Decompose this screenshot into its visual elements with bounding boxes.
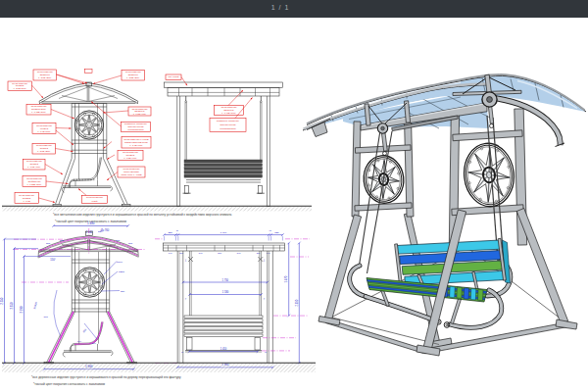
svg-text:труба стальная: труба стальная <box>26 177 42 179</box>
svg-text:168°: 168° <box>43 316 48 318</box>
svg-text:труба стальная: труба стальная <box>221 106 237 108</box>
svg-text:труба стальная: труба стальная <box>31 105 47 107</box>
svg-text:*точный цвет покрытия согласов: *точный цвет покрытия согласовать с зака… <box>33 382 105 386</box>
svg-text:труба стальная: труба стальная <box>19 194 34 196</box>
svg-text:850: 850 <box>82 328 87 334</box>
svg-text:труба стальная: труба стальная <box>36 144 52 146</box>
svg-text:50х25х2: 50х25х2 <box>30 163 39 165</box>
svg-text:2 350: 2 350 <box>295 299 299 306</box>
svg-text:труба стальная: труба стальная <box>37 71 53 73</box>
svg-text:2 550: 2 550 <box>0 297 4 304</box>
svg-text:2 350: 2 350 <box>10 302 14 309</box>
svg-text:R5430: R5430 <box>33 301 38 309</box>
svg-text:R255: R255 <box>119 270 124 273</box>
svg-text:225: 225 <box>168 231 172 234</box>
svg-text:50: 50 <box>263 259 265 262</box>
svg-text:труба стальная: труба стальная <box>12 82 27 84</box>
svg-text:540: 540 <box>237 252 241 254</box>
svg-text:*все металлические изделия гру: *все металлические изделия грунтуются и … <box>53 213 232 217</box>
svg-text:на подшипниках: на подшипниках <box>127 128 144 130</box>
svg-text:285: 285 <box>116 239 121 242</box>
svg-text:труба стальная: труба стальная <box>26 160 42 162</box>
svg-text:изгиба радиусом 70х50: изгиба радиусом 70х50 <box>124 141 148 143</box>
svg-text:45: 45 <box>269 229 271 231</box>
svg-text:труба стальная: труба стальная <box>122 151 138 153</box>
svg-text:166°: 166° <box>92 342 97 345</box>
svg-text:70: 70 <box>263 297 265 300</box>
svg-text:50х25х2: 50х25х2 <box>126 154 135 156</box>
svg-text:200: 200 <box>218 252 221 254</box>
svg-text:200: 200 <box>257 252 261 254</box>
svg-text:Точки крепления: Точки крепления <box>86 196 104 198</box>
svg-text:2 190: 2 190 <box>20 306 24 313</box>
svg-text:R760: R760 <box>117 261 122 264</box>
svg-text:Подвижное крепление: Подвижное крепление <box>124 122 148 124</box>
svg-text:2 042: 2 042 <box>86 230 93 234</box>
svg-text:285: 285 <box>60 239 65 242</box>
svg-text:труба стальная: труба стальная <box>125 71 141 73</box>
svg-text:45: 45 <box>175 229 178 231</box>
svg-text:50х25х2: 50х25х2 <box>23 197 31 199</box>
svg-text:70х50х2: 70х50х2 <box>40 147 49 149</box>
svg-text:цепей: цепей <box>91 200 98 202</box>
svg-text:профильная: профильная <box>28 180 41 182</box>
svg-text:150°: 150° <box>50 258 55 262</box>
svg-text:1 410: 1 410 <box>220 347 227 351</box>
svg-text:104: 104 <box>77 340 82 343</box>
svg-text:50х25х2 (2шт): 50х25х2 (2шт) <box>31 108 46 110</box>
svg-text:Дч 760: Дч 760 <box>101 228 110 232</box>
svg-text:Точки крепления: Точки крепления <box>123 168 141 170</box>
svg-text:140: 140 <box>169 252 172 254</box>
svg-text:труба стальная с учетом: труба стальная с учетом <box>123 138 149 140</box>
svg-text:40х20х2: 40х20х2 <box>40 127 49 129</box>
svg-text:1 430: 1 430 <box>87 221 95 225</box>
svg-text:*все деревянные изделия грунту: *все деревянные изделия грунтуются и окр… <box>31 375 181 379</box>
svg-text:50: 50 <box>184 259 186 262</box>
svg-text:70: 70 <box>184 297 186 300</box>
svg-text:320: 320 <box>121 290 125 293</box>
svg-text:225: 225 <box>274 231 279 234</box>
svg-text:на подшипниках: на подшипниках <box>220 127 236 129</box>
svg-text:Подвижное крепление: Подвижное крепление <box>217 120 240 122</box>
svg-text:труба стальная: труба стальная <box>36 124 52 126</box>
svg-text:285: 285 <box>46 242 51 245</box>
svg-text:285: 285 <box>128 242 133 245</box>
svg-text:цвет серый: цвет серый <box>169 75 180 77</box>
svg-text:опоры (металл): опоры (металл) <box>123 171 139 172</box>
svg-text:1 530: 1 530 <box>222 290 229 294</box>
svg-text:1 750: 1 750 <box>222 278 229 282</box>
svg-text:1 760: 1 760 <box>220 231 227 234</box>
svg-text:200: 200 <box>179 252 183 254</box>
svg-text:70: 70 <box>181 351 184 353</box>
svg-text:сидения качели: сидения качели <box>128 125 145 127</box>
svg-text:1 470: 1 470 <box>284 275 288 282</box>
svg-text:сидения качели: сидения качели <box>220 123 237 125</box>
svg-text:540: 540 <box>199 252 203 254</box>
